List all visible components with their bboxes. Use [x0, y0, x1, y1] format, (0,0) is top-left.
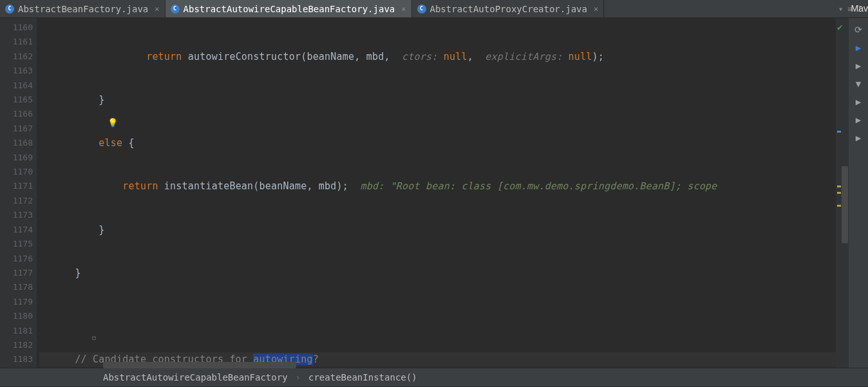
line-number[interactable]: 1163	[0, 64, 33, 78]
tab-abstractautoproxycreator[interactable]: C AbstractAutoProxyCreator.java ×	[412, 0, 605, 17]
line-number[interactable]: 1162	[0, 50, 33, 64]
breadcrumb: AbstractAutowireCapableBeanFactory › cre…	[0, 368, 868, 386]
tab-label: AbstractAutowireCapableBeanFactory.java	[184, 4, 395, 14]
java-class-icon: C	[171, 5, 180, 14]
line-number[interactable]: 1169	[0, 151, 33, 165]
line-number-gutter[interactable]: 1160 1161 1162 1163 1164 1165 1166 1167 …	[0, 18, 37, 368]
chevron-right-icon: ›	[296, 372, 301, 382]
stripe-mark[interactable]	[837, 192, 841, 194]
line-number[interactable]: 1181	[0, 324, 33, 338]
refresh-icon[interactable]: ⟳	[854, 24, 862, 35]
maven-toolwindow-label[interactable]: Mav	[851, 3, 868, 14]
code-line[interactable]: else {	[39, 136, 836, 150]
line-number[interactable]: 1178	[0, 280, 33, 294]
close-icon[interactable]: ×	[591, 5, 598, 14]
run-icon[interactable]: ▶	[856, 42, 861, 53]
editor-tabs: C AbstractBeanFactory.java × C AbstractA…	[0, 0, 868, 18]
line-number[interactable]: 1176	[0, 252, 33, 266]
vertical-scrollbar-thumb[interactable]	[842, 166, 848, 243]
error-stripe[interactable]: ✔	[836, 18, 849, 368]
line-number[interactable]: 1170	[0, 165, 33, 179]
java-class-icon: C	[5, 5, 14, 14]
tab-label: AbstractBeanFactory.java	[18, 4, 148, 14]
analysis-ok-icon[interactable]: ✔	[837, 22, 842, 32]
line-number[interactable]: 1161	[0, 35, 33, 49]
line-number[interactable]: 1183	[0, 352, 33, 366]
line-number[interactable]: 1168	[0, 136, 33, 150]
code-line[interactable]: return autowireConstructor(beanName, mbd…	[39, 50, 836, 64]
code-line[interactable]: }	[39, 266, 836, 280]
code-line[interactable]	[39, 309, 836, 323]
line-number[interactable]: 1171	[0, 179, 33, 193]
stripe-mark[interactable]	[837, 205, 841, 207]
tab-label: AbstractAutoProxyCreator.java	[430, 4, 587, 14]
close-icon[interactable]: ×	[399, 5, 406, 14]
line-number[interactable]: 1177	[0, 266, 33, 280]
line-number[interactable]: 1179	[0, 295, 33, 309]
play-icon[interactable]: ▶	[856, 133, 861, 143]
code-area[interactable]: return autowireConstructor(beanName, mbd…	[37, 18, 836, 368]
line-number[interactable]: 1167	[0, 122, 33, 136]
breadcrumb-method[interactable]: createBeanInstance()	[308, 372, 417, 382]
line-number[interactable]: 1166	[0, 107, 33, 121]
right-tool-strip: ⟳ ▶ ▶ ▼ ▶ ▶ ▶	[849, 18, 868, 368]
line-number[interactable]: 1180	[0, 309, 33, 323]
line-number[interactable]: 1174	[0, 223, 33, 237]
editor-area: 1160 1161 1162 1163 1164 1165 1166 1167 …	[0, 18, 868, 368]
chevron-down-icon[interactable]: ▼	[856, 79, 861, 89]
play-icon[interactable]: ▶	[856, 61, 861, 71]
play-icon[interactable]: ▶	[856, 115, 861, 125]
line-number[interactable]: 1182	[0, 338, 33, 352]
breadcrumb-class[interactable]: AbstractAutowireCapableBeanFactory	[103, 372, 288, 382]
code-line[interactable]: }	[39, 223, 836, 237]
line-number[interactable]: 1165	[0, 93, 33, 107]
line-number[interactable]: 1160	[0, 21, 33, 35]
line-number[interactable]: 1175	[0, 237, 33, 251]
play-icon[interactable]: ▶	[856, 97, 861, 107]
java-class-icon: C	[417, 5, 426, 14]
stripe-mark[interactable]	[837, 131, 841, 133]
stripe-mark[interactable]	[837, 185, 841, 187]
code-line[interactable]: }	[39, 93, 836, 107]
horizontal-scrollbar-thumb[interactable]	[103, 362, 296, 368]
line-number[interactable]: 1173	[0, 208, 33, 222]
close-icon[interactable]: ×	[152, 5, 159, 14]
tab-abstractbeanfactory[interactable]: C AbstractBeanFactory.java ×	[0, 0, 165, 17]
code-line[interactable]: return instantiateBean(beanName, mbd); m…	[39, 179, 836, 193]
tab-abstractautowirecapablebeanfactory[interactable]: C AbstractAutowireCapableBeanFactory.jav…	[165, 0, 412, 17]
line-number[interactable]: 1164	[0, 79, 33, 93]
line-number[interactable]: 1172	[0, 194, 33, 208]
